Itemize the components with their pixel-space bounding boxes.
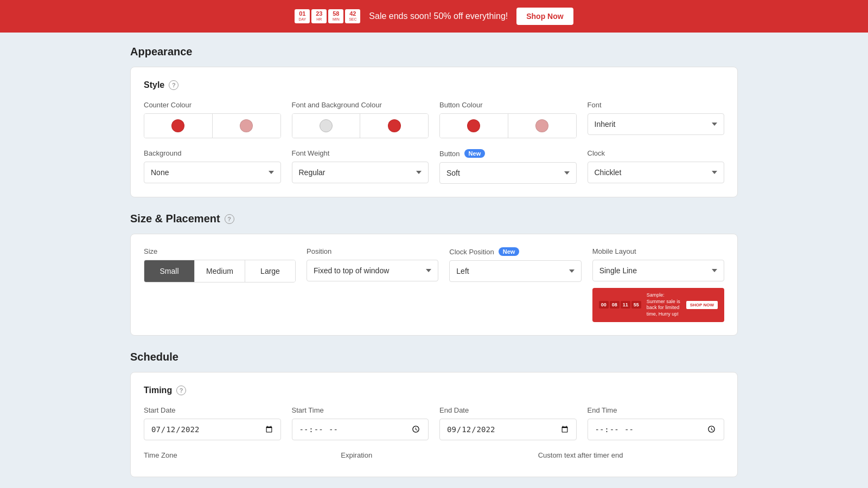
schedule-section-title: Schedule: [130, 351, 738, 363]
style-subsection-title: Style ?: [144, 80, 724, 90]
counter-swatch-circle-1: [171, 119, 184, 132]
size-large-button[interactable]: Large: [245, 260, 295, 282]
button-swatch-circle-1: [467, 119, 480, 132]
button-colour-field: Button Colour: [439, 101, 577, 138]
mini-shop-button: SHOP NOW: [686, 301, 718, 309]
start-date-input[interactable]: [144, 419, 281, 440]
mini-days: 00: [599, 301, 609, 309]
background-field: Background None Solid Gradient: [144, 149, 281, 184]
position-select[interactable]: Fixed to top of window Fixed to bottom o…: [307, 260, 438, 281]
size-placement-card: Size Small Medium Large Position Fixed t…: [130, 234, 738, 336]
font-bg-swatch-circle-2: [388, 119, 401, 132]
clock-position-label: Clock Position New: [449, 247, 581, 256]
placement-grid: Size Small Medium Large Position Fixed t…: [144, 247, 724, 322]
background-label: Background: [144, 149, 281, 157]
size-placement-section-title: Size & Placement ?: [130, 213, 738, 225]
style-row-2: Background None Solid Gradient Font Weig…: [144, 149, 724, 184]
start-time-field: Start Time: [292, 406, 429, 440]
custom-text-label: Custom text after timer end: [538, 451, 724, 459]
counter-swatch-circle-2: [240, 119, 253, 132]
style-help-icon[interactable]: ?: [169, 80, 178, 90]
font-weight-select[interactable]: Regular Bold Light: [292, 162, 429, 183]
expiration-label: Expiration: [341, 451, 527, 459]
font-bg-colour-field: Font and Background Colour: [292, 101, 429, 138]
countdown-timer: 01 DAY 23 HR 58 MIN 42 SEC: [295, 9, 360, 23]
expiration-field: Expiration: [341, 451, 527, 464]
start-time-label: Start Time: [292, 406, 429, 414]
start-date-label: Start Date: [144, 406, 281, 414]
font-label: Font: [588, 101, 725, 109]
button-style-label: Button New: [439, 149, 577, 158]
button-new-badge: New: [464, 149, 486, 158]
size-buttons-group: Small Medium Large: [144, 260, 296, 282]
minutes-block: 58 MIN: [328, 9, 343, 23]
timing-subsection-title: Timing ?: [144, 386, 724, 395]
button-style-select[interactable]: Soft Sharp Rounded Pill: [439, 162, 577, 184]
timing-row-1: Start Date Start Time End Date End Time: [144, 406, 724, 440]
button-style-field: Button New Soft Sharp Rounded Pill: [439, 149, 577, 184]
counter-swatch-1[interactable]: [144, 114, 213, 138]
size-label: Size: [144, 247, 296, 255]
end-time-field: End Time: [588, 406, 725, 440]
end-date-input[interactable]: [439, 419, 577, 440]
clock-position-new-badge: New: [499, 247, 520, 256]
size-medium-button[interactable]: Medium: [195, 260, 245, 282]
days-block: 01 DAY: [295, 9, 310, 23]
counter-swatch-2[interactable]: [213, 114, 280, 138]
position-field: Position Fixed to top of window Fixed to…: [307, 247, 438, 322]
font-weight-field: Font Weight Regular Bold Light: [292, 149, 429, 184]
font-bg-colour-label: Font and Background Colour: [292, 101, 429, 109]
banner-text: Sale ends soon! 50% off everything!: [369, 11, 508, 21]
end-date-field: End Date: [439, 406, 577, 440]
button-swatch-1[interactable]: [440, 114, 508, 138]
font-bg-swatch-1[interactable]: [292, 114, 361, 138]
mini-hours: 08: [610, 301, 620, 309]
mini-preview-text: Sample: Summer sale is back for limited …: [647, 292, 681, 318]
font-bg-swatches[interactable]: [292, 113, 429, 138]
mini-seconds: 55: [631, 301, 641, 309]
top-banner: 01 DAY 23 HR 58 MIN 42 SEC Sale ends soo…: [0, 0, 868, 33]
mobile-layout-select[interactable]: Single Line Two Lines Stacked: [592, 260, 724, 281]
font-select[interactable]: Inherit Arial Georgia Helvetica: [588, 113, 725, 135]
end-date-label: End Date: [439, 406, 577, 414]
seconds-block: 42 SEC: [345, 9, 360, 23]
counter-colour-field: Counter Colour: [144, 101, 281, 138]
clock-field: Clock Chicklet Classic Minimal: [588, 149, 725, 184]
clock-select[interactable]: Chicklet Classic Minimal: [588, 162, 725, 183]
main-content: Appearance Style ? Counter Colour: [119, 33, 749, 488]
end-time-label: End Time: [588, 406, 725, 414]
button-colour-swatches[interactable]: [439, 113, 577, 138]
time-zone-field: Time Zone: [144, 451, 330, 464]
appearance-card: Style ? Counter Colour Font and Backgr: [130, 67, 738, 197]
mini-countdown: 00 08 11 55: [599, 301, 641, 309]
position-label: Position: [307, 247, 438, 255]
start-date-field: Start Date: [144, 406, 281, 440]
size-small-button[interactable]: Small: [144, 260, 195, 282]
timing-help-icon[interactable]: ?: [176, 386, 186, 395]
end-time-input[interactable]: [588, 419, 725, 440]
button-swatch-circle-2: [535, 119, 548, 132]
counter-colour-swatches[interactable]: [144, 113, 281, 138]
shop-now-button[interactable]: Shop Now: [516, 8, 573, 25]
size-placement-help-icon[interactable]: ?: [225, 214, 234, 224]
clock-label: Clock: [588, 149, 725, 157]
mobile-preview: 00 08 11 55 Sample: Summer sale is back …: [592, 288, 724, 322]
button-swatch-2[interactable]: [508, 114, 576, 138]
font-bg-swatch-2[interactable]: [360, 114, 428, 138]
font-weight-label: Font Weight: [292, 149, 429, 157]
clock-position-field: Clock Position New Left Center Right: [449, 247, 581, 322]
time-zone-label: Time Zone: [144, 451, 330, 459]
timing-row-2: Time Zone Expiration Custom text after t…: [144, 451, 724, 464]
appearance-section-title: Appearance: [130, 46, 738, 58]
font-field: Font Inherit Arial Georgia Helvetica: [588, 101, 725, 138]
background-select[interactable]: None Solid Gradient: [144, 162, 281, 183]
clock-position-select[interactable]: Left Center Right: [449, 260, 581, 282]
size-field: Size Small Medium Large: [144, 247, 296, 322]
button-colour-label: Button Colour: [439, 101, 577, 109]
counter-colour-label: Counter Colour: [144, 101, 281, 109]
schedule-card: Timing ? Start Date Start Time End Date …: [130, 372, 738, 477]
font-bg-swatch-circle-1: [320, 119, 333, 132]
mobile-layout-label: Mobile Layout: [592, 247, 724, 255]
start-time-input[interactable]: [292, 419, 429, 440]
custom-text-field: Custom text after timer end: [538, 451, 724, 464]
